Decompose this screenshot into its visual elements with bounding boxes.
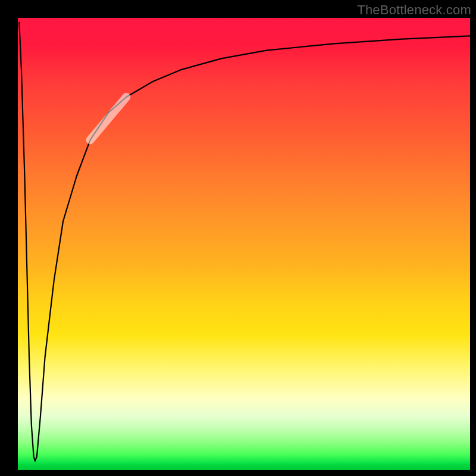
plot-area	[18, 18, 470, 470]
bottleneck-curve	[19, 23, 470, 461]
chart-frame: TheBottleneck.com	[0, 0, 476, 476]
highlight-segment	[90, 97, 127, 140]
watermark-label: TheBottleneck.com	[357, 2, 471, 18]
curve-svg	[18, 18, 470, 470]
